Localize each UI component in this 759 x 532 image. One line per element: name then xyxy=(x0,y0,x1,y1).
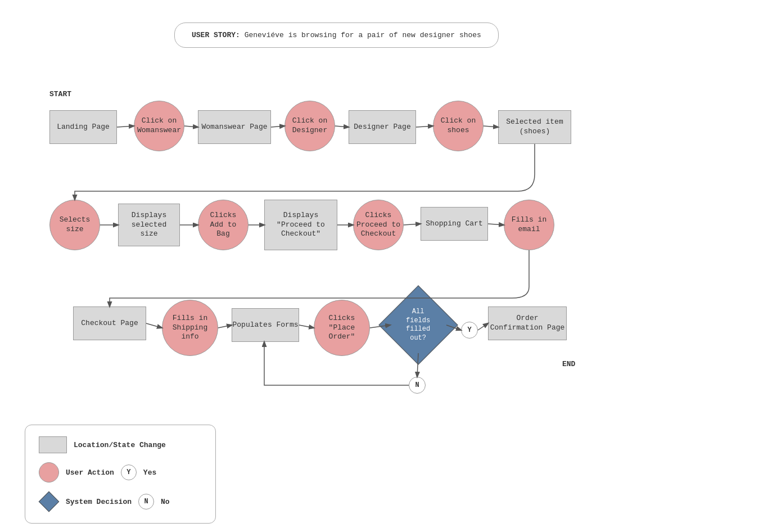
user-story-text: Geneviéve is browsing for a pair of new … xyxy=(240,31,481,39)
legend-row-system: System Decision N No xyxy=(39,492,202,512)
click-shoes-circle: Click onshoes xyxy=(433,101,484,151)
user-story-box: USER STORY: Geneviéve is browsing for a … xyxy=(174,22,499,48)
legend-row-location: Location/State Change xyxy=(39,436,202,453)
start-label: START xyxy=(49,90,71,98)
end-label: END xyxy=(562,360,575,368)
checkout-page-rect: Checkout Page xyxy=(73,306,146,340)
displays-proceed-rect: Displays"Proceed toCheckout" xyxy=(264,200,337,250)
svg-line-5 xyxy=(484,126,498,127)
click-designer-circle: Click onDesigner xyxy=(284,101,335,151)
shopping-cart-rect: Shopping Cart xyxy=(421,207,488,241)
no-circle: N xyxy=(409,377,426,394)
displays-size-rect: Displaysselectedsize xyxy=(118,204,180,246)
legend-n-circle: N xyxy=(138,494,154,510)
legend-box: Location/State Change User Action Y Yes … xyxy=(25,425,216,524)
svg-line-2 xyxy=(271,126,284,127)
click-womanswear-circle: Click onWomanswear xyxy=(134,101,184,151)
legend-yes-label: Yes xyxy=(143,468,156,477)
svg-line-0 xyxy=(117,126,134,127)
legend-diamond-shape xyxy=(39,492,60,512)
svg-line-12 xyxy=(146,323,162,328)
populates-forms-rect: Populates Forms xyxy=(232,308,299,342)
legend-rect-shape xyxy=(39,436,67,453)
fills-shipping-circle: Fills inShipping info xyxy=(162,300,218,356)
fills-email-circle: Fills inemail xyxy=(504,200,554,250)
yes-circle: Y xyxy=(461,322,478,339)
legend-row-user: User Action Y Yes xyxy=(39,462,202,483)
svg-line-14 xyxy=(299,325,314,328)
legend-location-label: Location/State Change xyxy=(74,441,166,449)
clicks-proceed-circle: ClicksProceed toCheckout xyxy=(353,200,404,250)
legend-diamond-wrap xyxy=(39,492,59,512)
landing-page-rect: Landing Page xyxy=(49,110,117,144)
womanswear-page-rect: Womanswear Page xyxy=(198,110,271,144)
clicks-place-order-circle: Clicks"Place Order" xyxy=(314,300,370,356)
svg-line-11 xyxy=(488,224,504,225)
svg-line-1 xyxy=(184,126,198,127)
legend-user-label: User Action xyxy=(66,468,114,477)
svg-line-17 xyxy=(478,323,488,330)
legend-no-label: No xyxy=(161,498,170,506)
svg-line-13 xyxy=(218,325,232,328)
user-story-bold: USER STORY: xyxy=(192,31,240,39)
svg-line-4 xyxy=(416,126,433,127)
svg-line-10 xyxy=(404,224,421,225)
legend-circle-shape xyxy=(39,462,59,483)
legend-system-label: System Decision xyxy=(66,498,132,506)
all-fields-text: Allfieldsfilledout? xyxy=(406,308,430,342)
selects-size-circle: Selectssize xyxy=(49,200,100,250)
order-confirm-rect: OrderConfirmation Page xyxy=(488,306,567,340)
canvas: USER STORY: Geneviéve is browsing for a … xyxy=(0,0,759,532)
svg-line-3 xyxy=(335,126,349,127)
all-fields-diamond: Allfieldsfilledout? xyxy=(378,285,458,364)
selected-item-rect: Selected item(shoes) xyxy=(498,110,571,144)
clicks-add-bag-circle: ClicksAdd toBag xyxy=(198,200,249,250)
designer-page-rect: Designer Page xyxy=(349,110,416,144)
legend-y-circle: Y xyxy=(121,465,137,480)
